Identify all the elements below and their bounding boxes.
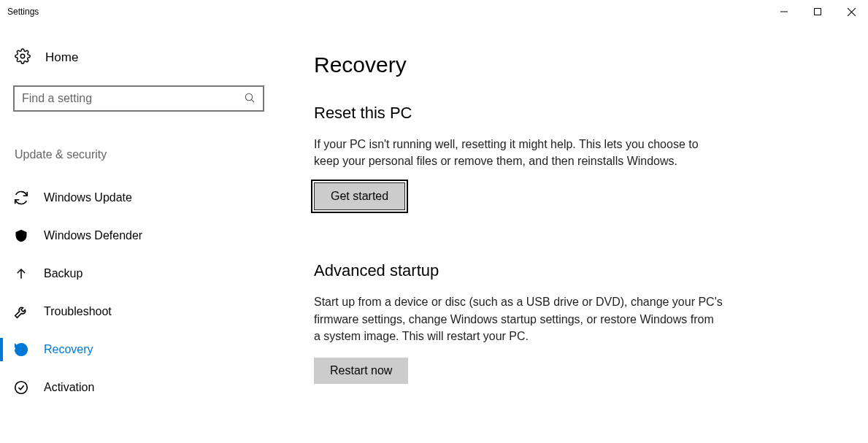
nav-list: Windows Update Windows Defender Backup T…	[13, 179, 264, 407]
sidebar-item-recovery[interactable]: Recovery	[13, 331, 264, 369]
home-label: Home	[45, 50, 78, 65]
sync-icon	[13, 190, 29, 206]
sidebar-item-windows-update[interactable]: Windows Update	[13, 179, 264, 217]
svg-rect-1	[815, 9, 821, 15]
arrow-up-icon	[13, 266, 29, 282]
reset-heading: Reset this PC	[314, 104, 824, 123]
advanced-startup-section: Advanced startup Start up from a device …	[314, 261, 824, 384]
search-icon	[244, 92, 256, 106]
maximize-button[interactable]	[801, 0, 834, 23]
advanced-description: Start up from a device or disc (such as …	[314, 293, 723, 344]
sidebar-item-windows-defender[interactable]: Windows Defender	[13, 217, 264, 255]
sidebar-item-label: Activation	[44, 381, 94, 394]
reset-section: Reset this PC If your PC isn't running w…	[314, 104, 824, 210]
sidebar-item-label: Recovery	[44, 343, 93, 356]
sidebar-item-label: Windows Update	[44, 191, 132, 204]
sidebar-item-label: Troubleshoot	[44, 305, 112, 318]
restart-now-button[interactable]: Restart now	[314, 358, 408, 384]
sidebar-item-backup[interactable]: Backup	[13, 255, 264, 293]
page-title: Recovery	[314, 53, 824, 77]
category-label: Update & security	[13, 148, 264, 161]
history-icon	[13, 342, 29, 358]
svg-line-6	[251, 99, 254, 102]
search-box[interactable]	[13, 85, 264, 112]
sidebar-item-label: Windows Defender	[44, 229, 142, 242]
close-icon	[848, 8, 856, 16]
window-title: Settings	[7, 7, 39, 17]
svg-point-8	[15, 382, 28, 394]
minimize-icon	[780, 8, 788, 15]
get-started-button[interactable]: Get started	[314, 182, 405, 210]
minimize-button[interactable]	[767, 0, 801, 23]
svg-point-4	[20, 54, 25, 58]
reset-description: If your PC isn't running well, resetting…	[314, 136, 723, 169]
sidebar: Home Update & security Windows Update Wi…	[0, 23, 277, 443]
wrench-icon	[13, 304, 29, 320]
title-bar: Settings	[0, 0, 868, 23]
check-circle-icon	[13, 380, 29, 396]
svg-point-5	[245, 93, 252, 100]
main-content: Recovery Reset this PC If your PC isn't …	[277, 23, 868, 443]
sidebar-item-label: Backup	[44, 267, 82, 280]
sidebar-item-activation[interactable]: Activation	[13, 369, 264, 407]
gear-icon	[15, 48, 31, 66]
maximize-icon	[814, 8, 821, 15]
home-link[interactable]: Home	[13, 44, 264, 71]
close-button[interactable]	[834, 0, 868, 23]
advanced-heading: Advanced startup	[314, 261, 824, 280]
search-input[interactable]	[22, 92, 244, 105]
shield-icon	[13, 228, 29, 244]
sidebar-item-troubleshoot[interactable]: Troubleshoot	[13, 293, 264, 331]
